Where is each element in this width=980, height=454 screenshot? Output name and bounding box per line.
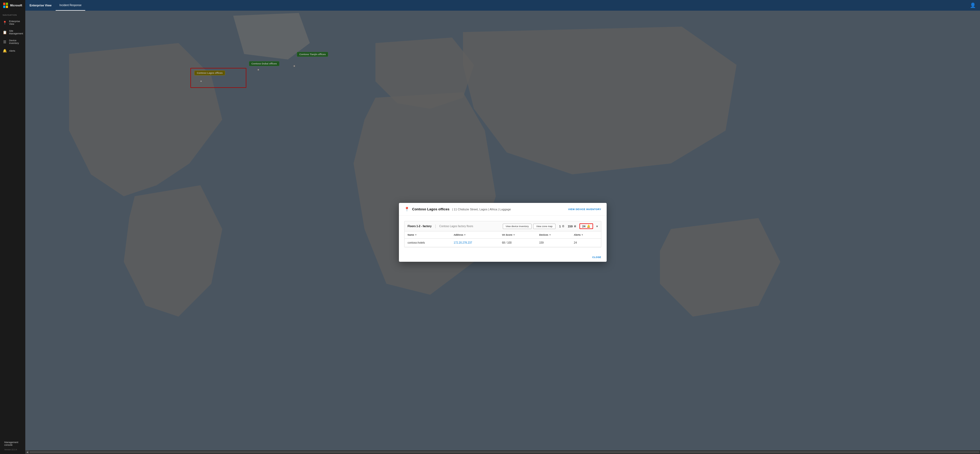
sidebar-item-alerts[interactable]: 🔔 Alerts	[0, 47, 25, 55]
sidebar-item-label-device: Device Inventory	[9, 39, 22, 44]
enterprise-view-icon: 📍	[3, 21, 7, 25]
sidebar: Microsoft NAVIGATION 📍 Enterprise View 📋…	[0, 0, 25, 227]
floors-header: Floors 1-2 - factory Contoso Lagos facto…	[404, 221, 490, 227]
tab-incident-response[interactable]: Incident Response	[56, 0, 85, 11]
nav-label: NAVIGATION	[0, 11, 25, 18]
device-inventory-icon: ☰	[3, 40, 7, 44]
sidebar-item-enterprise-view[interactable]: 📍 Enterprise View	[0, 18, 25, 27]
modal-body: Floors 1-2 - factory Contoso Lagos facto…	[399, 216, 490, 227]
modal-overlay: 📍 Contoso Lagos offices | 11 Chidozie St…	[25, 11, 490, 227]
modal-location-pin-icon: 📍	[404, 206, 410, 212]
topbar: Enterprise View Incident Response 👤	[25, 0, 490, 11]
alerts-icon: 🔔	[3, 49, 7, 53]
topbar-tabs: Incident Response	[56, 0, 85, 11]
sidebar-item-label-enterprise: Enterprise View	[9, 20, 22, 25]
map-area: Contoso Tianjin offices Contoso Dubai of…	[25, 11, 490, 227]
modal-title-main: Contoso Lagos offices	[412, 207, 450, 211]
modal-header-left: 📍 Contoso Lagos offices | 11 Chidozie St…	[404, 206, 490, 212]
main-content: Enterprise View Incident Response 👤	[25, 0, 490, 227]
floors-title: Floors 1-2 - factory	[408, 225, 432, 227]
microsoft-logo-icon	[3, 3, 8, 8]
topbar-title: Enterprise View	[30, 4, 51, 7]
floors-separator	[435, 224, 436, 227]
modal-title-sub: | 11 Chidozie Street, Lagos | Africa | L…	[452, 208, 490, 211]
location-modal: 📍 Contoso Lagos offices | 11 Chidozie St…	[399, 203, 490, 227]
sidebar-item-label-site: Site Management	[9, 30, 23, 35]
sidebar-item-device-inventory[interactable]: ☰ Device Inventory	[0, 37, 25, 47]
sidebar-item-label-alerts: Alerts	[9, 49, 15, 52]
microsoft-logo-text: Microsoft	[10, 4, 22, 7]
site-management-icon: 📋	[3, 30, 7, 34]
floors-subtitle: Contoso Lagos factory floors	[439, 225, 473, 227]
floors-section: Floors 1-2 - factory Contoso Lagos facto…	[404, 221, 490, 227]
sidebar-item-site-management[interactable]: 📋 Site Management	[0, 27, 25, 37]
modal-header: 📍 Contoso Lagos offices | 11 Chidozie St…	[399, 203, 490, 216]
sidebar-logo: Microsoft	[0, 0, 25, 11]
